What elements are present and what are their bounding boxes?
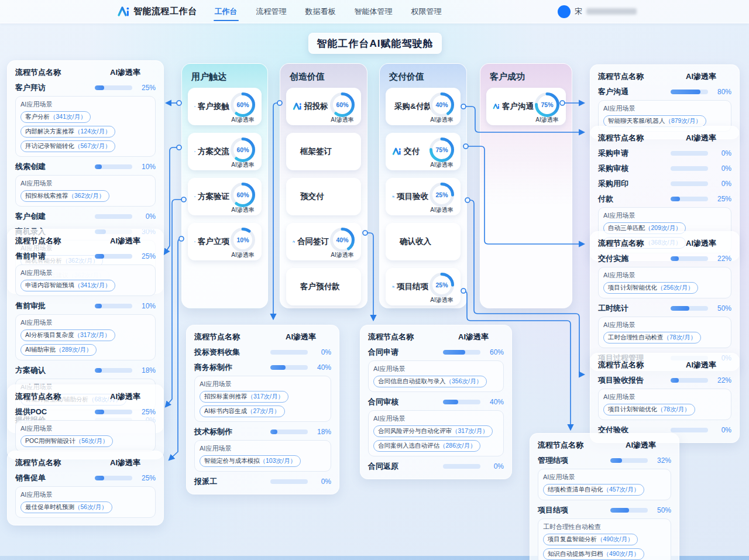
chip-text: AI辅助审批 [25,346,56,353]
brand[interactable]: 智能流程工作台 [117,5,197,18]
scenario-chip[interactable]: 最佳促单时机预测（56次/月） [20,501,112,513]
node-name: 提供POC [15,406,95,417]
node-row: 工时统计 50% AI应用场景 工时合理性自动检查（78次/月） [598,303,731,348]
scenario-chip[interactable]: 工时合理性自动检查（78次/月） [603,332,701,343]
scenario-chip[interactable]: 结项检查清单自动化（457次/月） [543,484,644,496]
scenario-chip[interactable]: 合同风险评分与自动化评审（317次/月） [373,425,493,437]
scenario-chip[interactable]: AI辅助审批（289次/月） [20,344,97,356]
scenario-chip[interactable]: AI分析项目复杂度（317次/月） [20,329,115,341]
node-row: 管理结项 32% AI应用场景 结项检查清单自动化（457次/月） [538,455,671,500]
user-name: 宋 [575,6,582,17]
stage-card[interactable]: 客户立项 10% AI渗透率 [188,223,262,260]
node-row: 合同返原 0% [368,461,504,472]
node-name: 客户拜访 [15,82,95,93]
chip-count: （341次/月） [50,113,86,120]
chip-text: 项目计划智能优化 [608,406,657,413]
stage-card[interactable]: 招投标 60% AI渗透率 [286,88,361,125]
scenario-chip[interactable]: AI标书内容生成（27次/月） [200,406,285,417]
scenario-chip[interactable]: 知识自动提炼与归档（490次/月） [543,548,644,560]
scenario-chip[interactable]: 合同案例入选自动评估（286次/月） [373,440,480,452]
node-name: 售前申请 [15,250,95,262]
panel-header: 流程节点名称 AI渗透率 [194,332,331,342]
scenario-box: AI应用场景 智能定价与成本模拟（103次/月） [194,440,331,472]
scenario-chip[interactable]: 合同信息自动提取与录入（356次/月） [373,376,487,387]
stage-column: 客户成功 客户沟通 75% AI渗透率 [480,63,572,308]
rate-value: 25% [132,474,156,482]
chip-text: POC用例智能设计 [25,437,75,444]
scenario-label: 工时合理性自动检查 [543,523,666,531]
stage-card[interactable]: 合同签订 40% AI渗透率 [286,223,361,260]
chip-count: （317次/月） [74,331,110,338]
card-name: 客户立项 [198,236,229,247]
scenario-chip[interactable]: 客户分析（341次/月） [20,111,91,123]
scenario-chip[interactable]: 项目计划智能优化（256次/月） [603,282,698,294]
rate-value: 80% [708,88,731,96]
chip-count: （56次/月） [74,503,108,510]
stage-card[interactable]: 客户接触 60% AI渗透率 [188,88,262,125]
stage-card[interactable]: 方案验证 60% AI渗透率 [188,178,262,215]
nav-item[interactable]: 智能体管理 [355,0,393,23]
scenario-chip[interactable]: 智能定价与成本模拟（103次/月） [200,455,301,467]
chip-text: 申请内容智能预填 [25,281,74,288]
node-name: 采购申请 [598,147,671,159]
node-row: 采购用印 0% [598,178,731,189]
chip-count: （209次/月） [645,224,681,231]
chip-count: （341次/月） [74,281,111,288]
node-name: 合同审核 [368,396,443,407]
stage-card[interactable]: 方案交流 60% AI渗透率 [188,133,262,170]
stage-card[interactable]: 客户沟通 75% AI渗透率 [486,88,566,125]
scenario-chip[interactable]: 招投标线索推荐（362次/月） [20,190,109,202]
card-name: 客户接触 [198,101,229,112]
nav-item[interactable]: 流程管理 [256,0,287,23]
ai-logo-icon [293,102,302,111]
node-name: 售前审批 [15,300,95,311]
stage-card[interactable]: 预交付 [286,178,361,215]
chip-count: （56次/月） [75,437,109,444]
scenario-chip[interactable]: 项目计划智能优化（78次/月） [603,404,695,415]
scenario-label: AI应用场景 [543,473,666,482]
node-row: 合同审核 40% AI应用场景 合同风险评分与自动化评审（317次/月）合同案例… [368,396,504,456]
rate-donut: 40% [428,91,455,118]
stage-title: 用户触达 [182,64,267,88]
scenario-chip[interactable]: 项目复盘智能分析（490次/月） [543,534,638,545]
nav-item[interactable]: 数据看板 [305,0,336,23]
nav-item[interactable]: 工作台 [215,0,238,23]
node-row: 项目结项 50% 工时合理性自动检查 项目复盘智能分析（490次/月）知识自动提… [538,504,671,560]
scenario-label: AI应用场景 [20,318,150,327]
scenario-chip[interactable]: POC用例智能设计（56次/月） [20,435,113,447]
node-name: 客户沟通 [598,86,671,97]
stage-card[interactable]: 项目验收 25% AI渗透率 [386,178,461,215]
nav-item[interactable]: 权限管理 [411,0,442,23]
rate-value: 40% [308,363,331,372]
stage-card[interactable]: 采购&付款 40% AI渗透率 [386,88,461,125]
stage-card[interactable]: 确认收入 [386,223,461,260]
scenario-box: AI应用场景 项目计划智能优化（256次/月） [598,267,731,298]
node-row: 合同申请 60% AI应用场景 合同信息自动提取与录入（356次/月） [368,346,504,392]
chip-text: 项目计划智能优化 [608,284,657,291]
rate-value: 0% [132,212,156,221]
ai-logo-icon [493,102,500,111]
stage-card[interactable]: 项目结项 25% AI渗透率 [386,268,461,305]
scenario-chip[interactable]: 招投标案例推荐（317次/月） [200,391,288,403]
scenario-chip[interactable]: 智能聊天客服/机器人（879次/月） [603,115,706,127]
stage-card[interactable]: 交付 75% AI渗透率 [386,133,461,170]
stage-card[interactable]: 框架签订 [286,133,361,170]
rate-value: 0% [708,180,731,188]
stage-card[interactable]: 客户预付款 [286,268,361,305]
chip-text: AI分析项目复杂度 [25,331,74,338]
chip-text: 自动三单匹配 [608,224,645,231]
scenario-box: AI应用场景 申请内容智能预填（341次/月） [15,264,156,296]
avatar[interactable] [558,5,571,18]
node-name: 项目验收报告 [598,375,671,386]
scenario-chip[interactable]: 拜访记录智能转化（567次/月） [20,140,115,152]
chip-count: （457次/月） [603,486,640,493]
rate-value: 0% [708,426,731,434]
user-box[interactable]: 宋 [558,5,637,18]
rate-value: 0% [308,477,331,486]
scenario-box: AI应用场景 招投标案例推荐（317次/月）AI标书内容生成（27次/月） [194,376,331,422]
column-header-rate: AI渗透率 [686,71,716,82]
scenario-chip[interactable]: 内部解决方案推荐（124次/月） [20,126,115,138]
ai-logo-icon [392,147,401,156]
scenario-chip[interactable]: 申请内容智能预填（341次/月） [20,280,115,291]
panel-header: 流程节点名称 AI渗透率 [15,67,156,78]
